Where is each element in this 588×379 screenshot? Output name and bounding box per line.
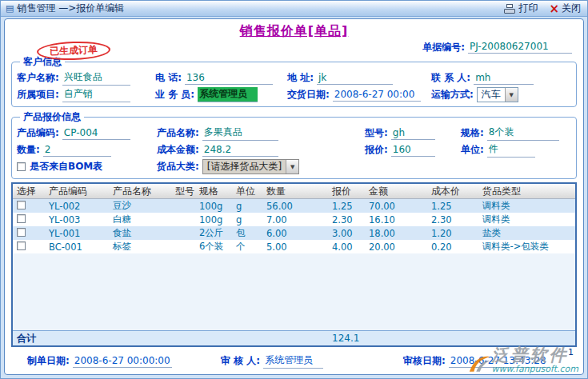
spec-input[interactable]: 8个装 <box>487 126 559 141</box>
model-input[interactable]: gh <box>391 127 435 140</box>
cost-amount-label: 成本金额: <box>157 143 199 157</box>
product-quote-section: 产品报价信息 产品编码:CP-004 产品名称:多果真品 型号:gh 规格:8个… <box>11 110 577 179</box>
row-checkbox[interactable] <box>17 214 26 223</box>
row-select-cell <box>13 228 45 239</box>
total-amount: 124.1 <box>328 333 365 344</box>
transport-select[interactable]: 汽车 ▼ <box>477 87 518 102</box>
col-type[interactable]: 货品类型 <box>478 185 575 198</box>
customer-name-label: 客户名称: <box>17 71 59 85</box>
cell-cost: 1.20 <box>427 228 478 239</box>
phone-label: 电 话: <box>155 71 182 85</box>
row-checkbox[interactable] <box>17 241 26 250</box>
cost-amount-input[interactable]: 248.2 <box>202 144 278 157</box>
total-row: 合计 124.1 <box>13 330 575 345</box>
cell-unit: 个 <box>232 241 262 253</box>
category-select[interactable]: [请选择货品大类] ▼ <box>202 159 299 174</box>
phone-input[interactable]: 136 <box>185 72 273 85</box>
col-cost[interactable]: 成本价 <box>427 185 478 198</box>
unit-label: 单位: <box>461 143 484 157</box>
cell-spec: 100g <box>195 214 232 225</box>
items-grid: 选择 产品编码 产品名称 型号 规格 单位 数量 报价 金额 成本价 货品类型 … <box>11 182 577 347</box>
cell-price: 1.25 <box>328 201 365 212</box>
cell-unit: g <box>232 201 262 212</box>
product-code-input[interactable]: CP-004 <box>62 127 130 140</box>
col-model[interactable]: 型号 <box>171 185 195 198</box>
cell-spec: 100g <box>195 201 232 212</box>
made-date-value: 2008-6-27 00:00:00 <box>73 355 172 368</box>
contact-input[interactable]: mh <box>474 72 534 85</box>
main-panel: 销售报价单[单品] 已生成订单 单据编号: PJ-20080627001 客户信… <box>4 18 584 375</box>
product-row-2: 数量:2 成本金额:248.2 报价:160 单位:件 <box>17 142 571 158</box>
product-name-input[interactable]: 多果真品 <box>202 126 278 141</box>
contact-label: 联 系 人: <box>431 71 470 85</box>
cell-spec: 6个装 <box>195 241 232 253</box>
project-input[interactable]: 自产销 <box>62 87 130 102</box>
row-checkbox[interactable] <box>17 201 26 209</box>
grid-empty-area <box>13 253 575 330</box>
col-spec[interactable]: 规格 <box>195 185 232 198</box>
cell-cost: 1.25 <box>427 201 478 212</box>
cell-quantity: 6.00 <box>262 228 328 239</box>
customer-name-input[interactable]: 兴旺食品 <box>62 70 130 86</box>
quantity-label: 数量: <box>17 143 40 157</box>
transport-label: 运输方式: <box>431 88 474 102</box>
row-checkbox[interactable] <box>17 228 26 237</box>
quote-price-input[interactable]: 160 <box>391 144 435 157</box>
cell-product-name: 食盐 <box>109 227 171 239</box>
auditor-value: 系统管理员 <box>263 353 323 369</box>
close-button[interactable]: × 关闭 <box>549 2 581 15</box>
doc-no-label: 单据编号: <box>422 41 465 54</box>
row-select-cell <box>13 201 45 212</box>
cell-amount: 70.00 <box>365 201 427 212</box>
window-icon: ▤ <box>6 3 14 14</box>
product-row-1: 产品编码:CP-004 产品名称:多果真品 型号:gh 规格:8个装 <box>17 125 571 142</box>
salesperson-label: 业 务 员: <box>155 88 194 102</box>
project-label: 所属项目: <box>17 88 59 102</box>
print-button[interactable]: 打印 <box>504 2 538 15</box>
col-quantity[interactable]: 数量 <box>262 185 328 198</box>
audit-date-label: 审核日期: <box>403 354 446 368</box>
table-row[interactable]: BC-001 标签 6个装 个 5.00 4.00 20.00 0.20 调料类… <box>13 240 575 253</box>
col-unit[interactable]: 单位 <box>232 185 262 198</box>
watermark-url: www.fanpusoft.com <box>492 364 578 374</box>
cell-type: 盐类 <box>478 227 575 239</box>
cell-product-code: YL-001 <box>45 228 109 239</box>
col-product-name[interactable]: 产品名称 <box>109 185 171 198</box>
delivery-date-input[interactable]: 2008-6-27 00:00 <box>333 89 421 102</box>
bom-checkbox[interactable] <box>17 162 26 171</box>
table-row[interactable]: YL-001 食盐 2公斤 包 6.00 3.00 18.00 1.20 盐类 <box>13 226 575 240</box>
table-row[interactable]: YL-002 豆沙 100g g 56.00 1.25 70.00 1.25 调… <box>13 199 575 213</box>
doc-no-value[interactable]: PJ-20080627001 <box>468 41 572 54</box>
col-price[interactable]: 报价 <box>328 185 365 198</box>
cell-quantity: 5.00 <box>262 241 328 253</box>
address-input[interactable]: jk <box>317 72 393 85</box>
total-label: 合计 <box>13 332 45 345</box>
cell-amount: 20.00 <box>365 241 427 253</box>
cell-price: 2.30 <box>328 214 365 225</box>
cell-cost: 0.20 <box>427 241 478 253</box>
cell-product-name: 豆沙 <box>109 200 171 212</box>
titlebar: ▤ 销售管理 —>报价单编辑 打印 × 关闭 <box>1 1 587 17</box>
col-amount[interactable]: 金额 <box>365 185 427 198</box>
cell-unit: 包 <box>232 227 262 239</box>
col-product-code[interactable]: 产品编码 <box>45 185 109 198</box>
cell-product-code: YL-003 <box>45 214 109 225</box>
cell-quantity: 7.00 <box>262 214 328 225</box>
unit-input[interactable]: 件 <box>487 142 535 158</box>
table-row[interactable]: YL-003 白糖 100g g 7.00 2.30 16.10 2.30 调料… <box>13 213 575 226</box>
transport-value: 汽车 <box>478 88 505 102</box>
customer-info-section: 客户信息 客户名称:兴旺食品 电 话:136 地 址:jk 联 系 人:mh 所… <box>11 55 577 107</box>
cell-product-name: 标签 <box>109 241 171 253</box>
chevron-down-icon: ▼ <box>505 88 518 102</box>
model-label: 型号: <box>365 126 388 140</box>
app-window: ▤ 销售管理 —>报价单编辑 打印 × 关闭 销售报价单[单品] 已生成订单 单… <box>0 0 588 379</box>
product-code-label: 产品编码: <box>17 126 59 140</box>
spec-label: 规格: <box>461 126 484 140</box>
salesperson-input[interactable]: 系统管理员 <box>198 87 258 102</box>
close-label: 关闭 <box>562 2 581 15</box>
customer-row-1: 客户名称:兴旺食品 电 话:136 地 址:jk 联 系 人:mh <box>17 70 571 86</box>
fanpu-logo-icon <box>468 354 490 374</box>
col-select[interactable]: 选择 <box>13 185 45 198</box>
cell-price: 4.00 <box>328 241 365 253</box>
quantity-input[interactable]: 2 <box>43 144 111 157</box>
